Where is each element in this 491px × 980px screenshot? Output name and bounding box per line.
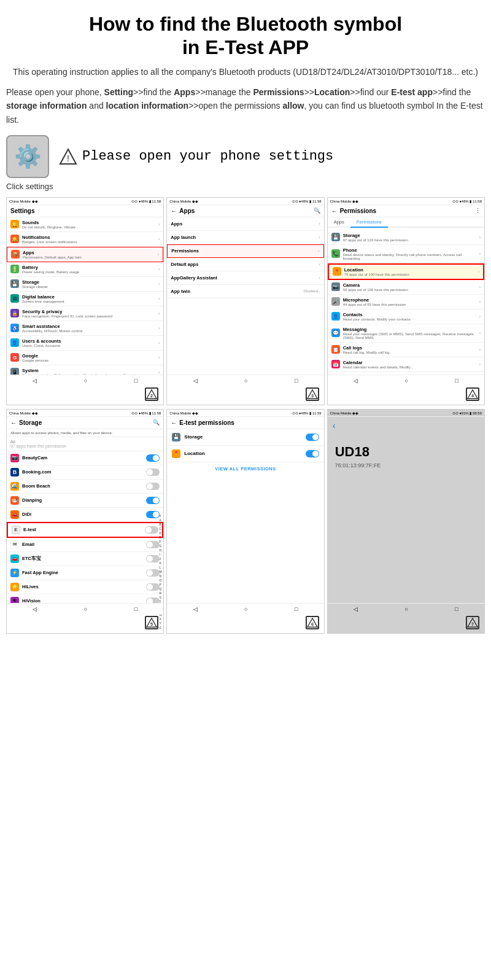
perm-mic-icon: 🎤 — [331, 297, 340, 306]
apps-launch: App launch › — [167, 231, 323, 244]
step-number-6: 6 — [306, 616, 319, 629]
app-etest: E E-test — [7, 522, 163, 538]
google-icon: G — [10, 353, 19, 362]
perm-phone: 📞 PhoneRead device status and identity, … — [328, 245, 484, 263]
beautycam-icon: 📷 — [10, 454, 19, 462]
etest-storage-label: Storage — [184, 434, 301, 440]
settings-title: Settings — [10, 208, 34, 214]
app-didi: 🚗 DiDi — [7, 508, 163, 522]
apps-apps: Apps › — [167, 217, 323, 231]
users-icon: 👤 — [10, 338, 19, 347]
instruction-text: Please open your phone, Setting>>find th… — [6, 85, 485, 126]
step-number-7: 7 — [466, 616, 479, 629]
etest-perms-title: E-test permissions — [179, 419, 234, 426]
device-id: 76:01:13:99:7F:FE — [335, 462, 477, 469]
perm-msg-icon: 💬 — [331, 329, 340, 337]
apps-gallery: AppGallery Assistant › — [167, 271, 323, 285]
screenshots-row-2: China Mobile ◆◆ ⊙⊙ ♦48% ▮ 11:58 ← Storag… — [6, 409, 485, 634]
settings-google: G GoogleGoogle services › — [7, 351, 163, 365]
hilives-icon: 🌟 — [10, 583, 19, 591]
notifications-icon: 🔔 — [10, 235, 19, 243]
apps-twin: App twin Disabled › — [167, 285, 323, 298]
main-title: How to find the Bluetooth symbol in E-Te… — [6, 12, 485, 60]
phone-screen-apps: China Mobile ◆◆ ⊙⊙ ♦48% ▮ 11:58 ← Apps 🔍… — [166, 197, 324, 405]
permissions-title: Permissions — [340, 208, 376, 214]
phone-screen-settings: China Mobile ◆◆ ⊙⊙ ♦48% ▮ 11:58 Settings… — [6, 197, 164, 405]
statusbar-6: China Mobile ◆◆ ⊙⊙ ♦91% ▮ 08:56 — [328, 410, 484, 417]
settings-app-icon: ⚙️ — [6, 135, 49, 178]
apps-default: Default apps › — [167, 258, 323, 271]
svg-text:2: 2 — [150, 392, 153, 398]
perm-storage: 💾 Storage97 apps out of 124 have this pe… — [328, 230, 484, 245]
screenshots-row-1: China Mobile ◆◆ ⊙⊙ ♦48% ▮ 11:58 Settings… — [6, 197, 485, 405]
apps-permissions: Permissions › — [167, 244, 323, 258]
statusbar-4: China Mobile ◆◆ ⊙⊙ ♦48% ▮ 11:58 — [7, 410, 163, 417]
svg-text:6: 6 — [311, 621, 314, 626]
settings-storage: 💾 StorageStorage cleaner › — [7, 277, 163, 292]
app-hilives: 🌟 HiLives — [7, 580, 163, 594]
storage-all-section: All97 apps have this permission — [7, 437, 163, 451]
fastapp-icon: ⚡ — [10, 569, 19, 577]
tab-apps: Apps — [328, 217, 350, 227]
etest-location-icon: 📍 — [172, 449, 180, 458]
app-boombeach: 🌊 Boom Beach — [7, 480, 163, 494]
smart-assist-icon: ♿ — [10, 324, 19, 332]
booking-toggle — [146, 469, 160, 476]
statusbar-1: China Mobile ◆◆ ⊙⊙ ♦48% ▮ 11:58 — [7, 198, 163, 205]
storage-list-header: ← Storage 🔍 — [7, 417, 163, 429]
app-booking: B Booking.com — [7, 465, 163, 480]
settings-security: 🔒 Security & privacyFace recognition, Fi… — [7, 306, 163, 321]
nav-bar-2: ◁○□ — [167, 375, 323, 386]
perm-camera: 📷 Camera50 apps out of 109 have this per… — [328, 280, 484, 295]
beautycam-toggle — [146, 454, 160, 462]
etest-perms-header: ← E-test permissions — [167, 417, 323, 429]
subtitle: This operating instruction applies to al… — [6, 67, 485, 77]
nav-bar-4: ◁○□ — [7, 603, 163, 615]
etest-storage-icon: 💾 — [172, 433, 180, 441]
settings-users: 👤 Users & accountsUsers, Cloud, Accounts… — [7, 336, 163, 351]
step-number-4: 4 — [466, 387, 479, 401]
etest-storage-perm: 💾 Storage — [167, 429, 323, 446]
app-fastapp: ⚡ Fast App Engine — [7, 566, 163, 580]
step-number-2: 2 — [145, 387, 158, 401]
etest-toggle — [145, 526, 158, 534]
nav-bar-3: ◁○□ — [328, 375, 484, 386]
settings-notifications: 🔔 NotificationsBadges, Lock screen notif… — [7, 232, 163, 247]
sounds-icon: 🔔 — [10, 220, 19, 228]
phone-screen-ud18: China Mobile ◆◆ ⊙⊙ ♦91% ▮ 08:56 ‹ UD18 7… — [327, 409, 485, 634]
step-number-3: 3 — [306, 387, 319, 401]
statusbar-5: China Mobile ◆◆ ⊙⊙ ♦48% ▮ 11:59 — [167, 410, 323, 417]
nav-bar-1: ◁○□ — [7, 375, 163, 386]
etest-location-label: Location — [184, 451, 301, 456]
app-beautycam: 📷 BeautyCam — [7, 451, 163, 465]
settings-sounds: 🔔 SoundsDo not disturb, Ringtone, Vibrat… — [7, 217, 163, 232]
apps-icon: 📦 — [11, 250, 20, 259]
etest-icon: E — [12, 526, 20, 534]
settings-digital-balance: ⚖ Digital balanceScreen time management … — [7, 292, 163, 306]
page-container: How to find the Bluetooth symbol in E-Te… — [0, 0, 491, 650]
view-all-permissions[interactable]: VIEW ALL PERMISSIONS — [167, 462, 323, 475]
perm-calendar: 📅 CalendarRead calendar events and detai… — [328, 357, 484, 372]
svg-text:3: 3 — [311, 392, 314, 398]
perm-storage-icon: 💾 — [331, 233, 340, 241]
didi-icon: 🚗 — [10, 510, 19, 519]
settings-header: Settings — [7, 205, 163, 217]
device-name: UD18 — [335, 444, 477, 460]
warning-triangle-icon: ! — [59, 147, 77, 166]
dianping-icon: 🍜 — [10, 496, 19, 505]
nav-bar-5: ◁○□ — [167, 603, 323, 615]
perm-camera-icon: 📷 — [331, 282, 340, 291]
boombeach-toggle — [146, 483, 160, 490]
phone-screen-etest-perms: China Mobile ◆◆ ⊙⊙ ♦48% ▮ 11:59 ← E-test… — [166, 409, 324, 634]
settings-battery: 🔋 BatteryPower saving mode, Battery usag… — [7, 262, 163, 277]
perm-location-icon: 📍 — [333, 267, 341, 276]
perm-messaging: 💬 MessagingRead your messages (SMS or MM… — [328, 324, 484, 343]
etest-location-toggle — [306, 450, 319, 457]
svg-text:7: 7 — [471, 621, 474, 626]
storage-icon: 💾 — [10, 279, 19, 288]
booking-icon: B — [10, 468, 19, 476]
phone-screen-storage-list: China Mobile ◆◆ ⊙⊙ ♦48% ▮ 11:58 ← Storag… — [6, 409, 164, 634]
perm-microphone: 🎤 Microphone44 apps out of 95 have this … — [328, 295, 484, 309]
app-dianping: 🍜 Dianping — [7, 494, 163, 508]
apps-title: Apps — [179, 208, 195, 214]
